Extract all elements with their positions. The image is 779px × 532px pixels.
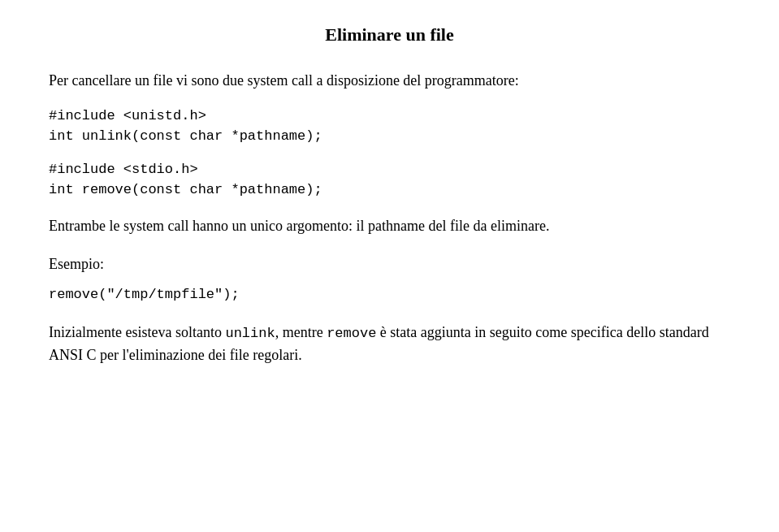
code-line-1: #include <unistd.h> (49, 108, 730, 123)
footer-text-before-unlink: Inizialmente esisteva soltanto (49, 324, 225, 340)
example-label: Esempio: (49, 253, 730, 275)
intro-text: Per cancellare un file vi sono due syste… (49, 70, 730, 92)
example-code: remove("/tmp/tmpfile"); (49, 287, 730, 302)
code-section-2: #include <stdio.h> int remove(const char… (49, 162, 730, 197)
footer-text-between: , mentre (275, 324, 327, 340)
code-line-3: #include <stdio.h> (49, 162, 730, 177)
description-text: Entrambe le system call hanno un unico a… (49, 215, 730, 237)
code-line-2: int unlink(const char *pathname); (49, 128, 730, 144)
footer-unlink-code: unlink (225, 326, 275, 341)
code-line-4: int remove(const char *pathname); (49, 182, 730, 197)
code-section-1: #include <unistd.h> int unlink(const cha… (49, 108, 730, 144)
footer-remove-code: remove (327, 326, 376, 341)
page-title: Eliminare un file (49, 24, 730, 45)
footer-paragraph: Inizialmente esisteva soltanto unlink, m… (49, 322, 730, 366)
